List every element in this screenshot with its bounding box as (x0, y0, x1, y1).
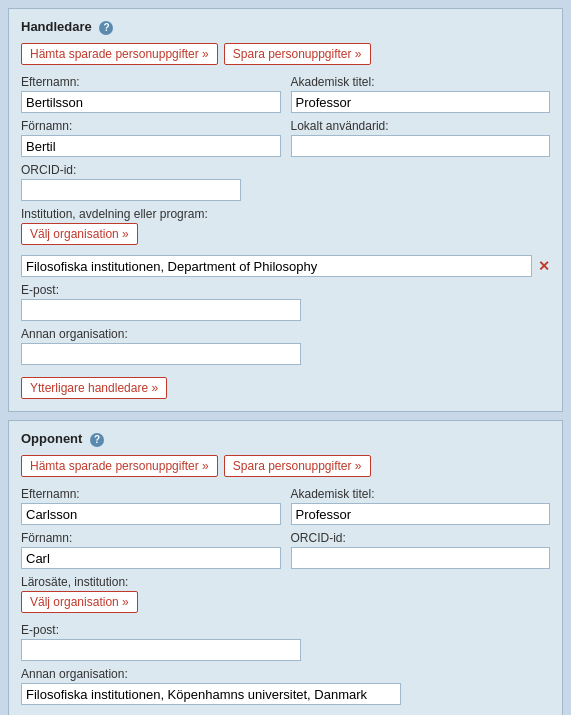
supervisor-org-button[interactable]: Välj organisation » (21, 223, 138, 245)
opponent-firstname-group: Förnamn: (21, 531, 281, 569)
opponent-btn-row: Hämta sparade personuppgifter » Spara pe… (21, 455, 550, 477)
supervisor-localid-group: Lokalt användarid: (291, 119, 551, 157)
supervisor-email-row: E-post: (21, 283, 550, 321)
opponent-other-org-input[interactable] (21, 683, 401, 705)
opponent-firstname-input[interactable] (21, 547, 281, 569)
opponent-firstname-row: Förnamn: ORCID-id: (21, 531, 550, 569)
supervisor-save-button[interactable]: Spara personuppgifter » (224, 43, 371, 65)
supervisor-name-row: Efternamn: Akademisk titel: (21, 75, 550, 113)
supervisor-other-org-input[interactable] (21, 343, 301, 365)
opponent-email-label: E-post: (21, 623, 550, 637)
supervisor-fetch-button[interactable]: Hämta sparade personuppgifter » (21, 43, 218, 65)
supervisor-email-input[interactable] (21, 299, 301, 321)
opponent-larosate-section: Lärosäte, institution: Välj organisation… (21, 575, 550, 617)
supervisor-firstname-group: Förnamn: (21, 119, 281, 157)
opponent-other-org-label: Annan organisation: (21, 667, 550, 681)
opponent-lastname-group: Efternamn: (21, 487, 281, 525)
supervisor-title: Handledare ? (21, 19, 550, 35)
opponent-other-org-row: Annan organisation: (21, 667, 550, 705)
opponent-larosate-button[interactable]: Välj organisation » (21, 591, 138, 613)
supervisor-academic-title-input[interactable] (291, 91, 551, 113)
opponent-name-row: Efternamn: Akademisk titel: (21, 487, 550, 525)
supervisor-lastname-label: Efternamn: (21, 75, 281, 89)
supervisor-help-icon[interactable]: ? (99, 21, 113, 35)
supervisor-firstname-input[interactable] (21, 135, 281, 157)
opponent-fetch-button[interactable]: Hämta sparade personuppgifter » (21, 455, 218, 477)
opponent-title-text: Opponent (21, 431, 82, 446)
opponent-email-input[interactable] (21, 639, 301, 661)
supervisor-localid-input[interactable] (291, 135, 551, 157)
supervisor-other-org-row: Annan organisation: (21, 327, 550, 365)
opponent-orcid-input[interactable] (291, 547, 551, 569)
supervisor-lastname-input[interactable] (21, 91, 281, 113)
supervisor-academic-title-label: Akademisk titel: (291, 75, 551, 89)
opponent-academic-title-group: Akademisk titel: (291, 487, 551, 525)
supervisor-localid-label: Lokalt användarid: (291, 119, 551, 133)
supervisor-firstname-row: Förnamn: Lokalt användarid: (21, 119, 550, 157)
supervisor-extra-button[interactable]: Ytterligare handledare » (21, 377, 167, 399)
opponent-larosate-label: Lärosäte, institution: (21, 575, 550, 589)
opponent-academic-title-input[interactable] (291, 503, 551, 525)
opponent-firstname-label: Förnamn: (21, 531, 281, 545)
supervisor-org-value-row: ✕ (21, 255, 550, 277)
supervisor-academic-title-group: Akademisk titel: (291, 75, 551, 113)
opponent-orcid-label: ORCID-id: (291, 531, 551, 545)
supervisor-org-label: Institution, avdelning eller program: (21, 207, 550, 221)
supervisor-other-org-label: Annan organisation: (21, 327, 550, 341)
supervisor-section: Handledare ? Hämta sparade personuppgift… (8, 8, 563, 412)
supervisor-orcid-label: ORCID-id: (21, 163, 550, 177)
supervisor-orcid-input[interactable] (21, 179, 241, 201)
supervisor-org-section: Institution, avdelning eller program: Vä… (21, 207, 550, 249)
supervisor-email-label: E-post: (21, 283, 550, 297)
supervisor-org-remove-icon[interactable]: ✕ (538, 258, 550, 274)
opponent-email-row: E-post: (21, 623, 550, 661)
supervisor-lastname-group: Efternamn: (21, 75, 281, 113)
opponent-help-icon[interactable]: ? (90, 433, 104, 447)
supervisor-title-text: Handledare (21, 19, 92, 34)
supervisor-org-value-input[interactable] (21, 255, 532, 277)
supervisor-orcid-row: ORCID-id: (21, 163, 550, 201)
opponent-lastname-label: Efternamn: (21, 487, 281, 501)
opponent-save-button[interactable]: Spara personuppgifter » (224, 455, 371, 477)
supervisor-firstname-label: Förnamn: (21, 119, 281, 133)
opponent-orcid-group: ORCID-id: (291, 531, 551, 569)
supervisor-btn-row: Hämta sparade personuppgifter » Spara pe… (21, 43, 550, 65)
opponent-title: Opponent ? (21, 431, 550, 447)
opponent-section: Opponent ? Hämta sparade personuppgifter… (8, 420, 563, 715)
opponent-lastname-input[interactable] (21, 503, 281, 525)
opponent-academic-title-label: Akademisk titel: (291, 487, 551, 501)
